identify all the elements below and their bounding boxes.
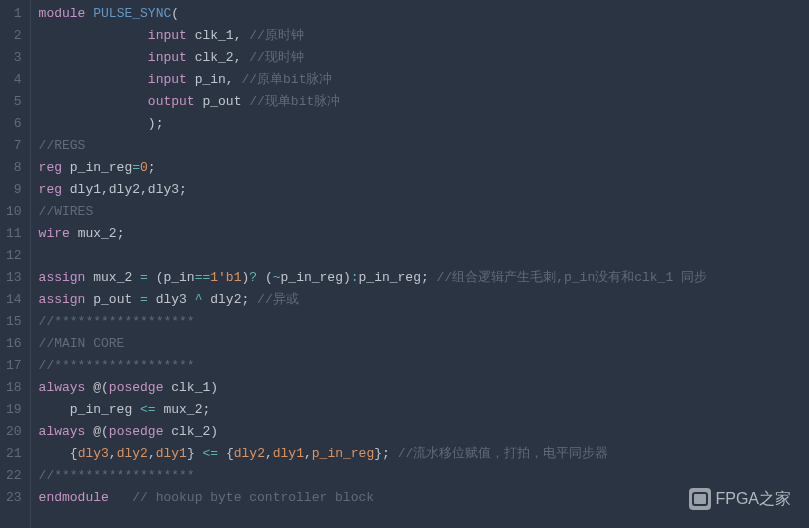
code-token: // hookup byte controller block	[132, 490, 374, 505]
line-number: 8	[6, 157, 22, 179]
code-token: input	[148, 28, 187, 43]
code-token	[39, 94, 148, 109]
code-token: p_in_reg)	[281, 270, 351, 285]
code-token: dly2;	[202, 292, 257, 307]
code-line: //******************	[39, 465, 801, 487]
line-number: 22	[6, 465, 22, 487]
code-token	[39, 28, 148, 43]
line-number: 7	[6, 135, 22, 157]
code-token: ,	[304, 446, 312, 461]
line-number: 6	[6, 113, 22, 135]
code-token: dly2	[117, 446, 148, 461]
line-number: 13	[6, 267, 22, 289]
code-token: <=	[203, 446, 219, 461]
line-number: 20	[6, 421, 22, 443]
line-number: 14	[6, 289, 22, 311]
code-token: clk_1)	[163, 380, 218, 395]
code-token: );	[39, 116, 164, 131]
code-token: };	[374, 446, 397, 461]
code-token: input	[148, 72, 187, 87]
code-token: mux_2;	[156, 402, 211, 417]
code-token: dly1,dly2,dly3;	[62, 182, 187, 197]
code-token: posedge	[109, 424, 164, 439]
line-number: 10	[6, 201, 22, 223]
code-token: //******************	[39, 358, 195, 373]
code-token: clk_2,	[187, 50, 249, 65]
code-token: //原时钟	[249, 28, 304, 43]
code-token: dly2	[234, 446, 265, 461]
line-number: 18	[6, 377, 22, 399]
watermark-text: FPGA之家	[715, 488, 791, 510]
code-token: @(	[85, 380, 108, 395]
code-token: 0	[140, 160, 148, 175]
code-token: }	[187, 446, 203, 461]
code-token: =	[132, 160, 140, 175]
code-line: //******************	[39, 355, 801, 377]
line-number: 5	[6, 91, 22, 113]
code-token: ==	[195, 270, 211, 285]
line-number: 2	[6, 25, 22, 47]
code-token: mux_2;	[70, 226, 125, 241]
code-token: ,	[148, 446, 156, 461]
code-token: <=	[140, 402, 156, 417]
code-token	[109, 490, 132, 505]
code-token: ?	[249, 270, 257, 285]
code-token: p_in,	[187, 72, 242, 87]
code-token: dly1	[273, 446, 304, 461]
code-line: //WIRES	[39, 201, 801, 223]
code-line: module PULSE_SYNC(	[39, 3, 801, 25]
code-token: ;	[148, 160, 156, 175]
code-token: p_out	[195, 94, 250, 109]
line-number: 11	[6, 223, 22, 245]
code-line: assign mux_2 = (p_in==1'b1)? (~p_in_reg)…	[39, 267, 801, 289]
code-token: mux_2	[85, 270, 140, 285]
wechat-icon	[689, 488, 711, 510]
code-token: clk_1,	[187, 28, 249, 43]
code-token: always	[39, 424, 86, 439]
code-token: p_in_reg	[39, 402, 140, 417]
code-line: input p_in, //原单bit脉冲	[39, 69, 801, 91]
code-token: (p_in	[148, 270, 195, 285]
line-number: 1	[6, 3, 22, 25]
code-token: {	[39, 446, 78, 461]
line-number: 16	[6, 333, 22, 355]
code-line: wire mux_2;	[39, 223, 801, 245]
line-number: 21	[6, 443, 22, 465]
line-number: 15	[6, 311, 22, 333]
code-token: :	[351, 270, 359, 285]
code-line: //******************	[39, 311, 801, 333]
code-line: //MAIN CORE	[39, 333, 801, 355]
code-line: output p_out //现单bit脉冲	[39, 91, 801, 113]
code-token: output	[148, 94, 195, 109]
code-token: p_in_reg	[62, 160, 132, 175]
code-line	[39, 245, 801, 267]
code-token: //组合逻辑产生毛刺,p_in没有和clk_1 同步	[437, 270, 707, 285]
code-editor: 1234567891011121314151617181920212223 mo…	[0, 0, 809, 528]
watermark: FPGA之家	[689, 488, 791, 510]
code-token: //******************	[39, 468, 195, 483]
code-area: module PULSE_SYNC( input clk_1, //原时钟 in…	[31, 0, 809, 528]
line-number: 9	[6, 179, 22, 201]
code-token: (	[257, 270, 273, 285]
line-number: 4	[6, 69, 22, 91]
code-token: //MAIN CORE	[39, 336, 125, 351]
code-line: p_in_reg <= mux_2;	[39, 399, 801, 421]
line-number-gutter: 1234567891011121314151617181920212223	[0, 0, 31, 528]
code-token: endmodule	[39, 490, 109, 505]
code-line: reg dly1,dly2,dly3;	[39, 179, 801, 201]
code-token: =	[140, 292, 148, 307]
code-line: reg p_in_reg=0;	[39, 157, 801, 179]
code-token: //******************	[39, 314, 195, 329]
code-token: dly3	[148, 292, 195, 307]
code-token: module	[39, 6, 86, 21]
code-line: input clk_1, //原时钟	[39, 25, 801, 47]
code-token: (	[171, 6, 179, 21]
code-token: //现单bit脉冲	[249, 94, 340, 109]
code-token: dly1	[156, 446, 187, 461]
code-token: //WIRES	[39, 204, 94, 219]
line-number: 19	[6, 399, 22, 421]
code-token: @(	[85, 424, 108, 439]
code-token: ,	[109, 446, 117, 461]
code-token: 1'b1	[210, 270, 241, 285]
code-token: {	[218, 446, 234, 461]
